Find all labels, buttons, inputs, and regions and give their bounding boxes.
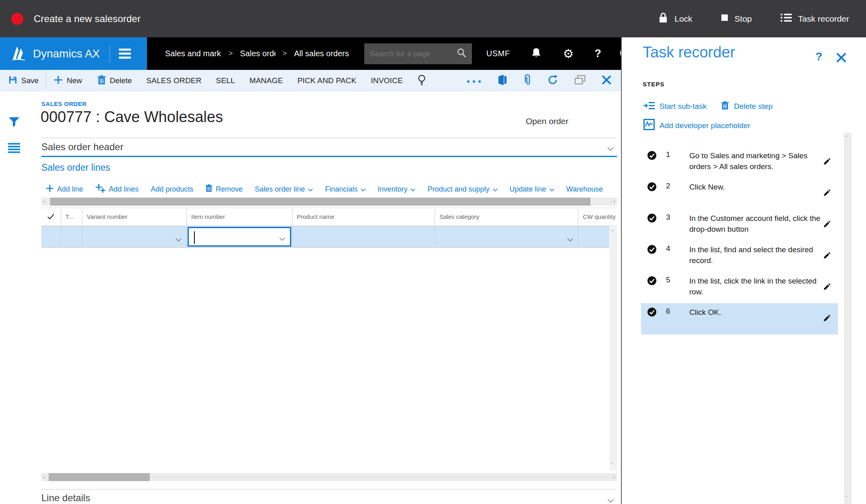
- delete-step-button[interactable]: Delete step: [721, 101, 772, 112]
- chevron-down-icon: [493, 185, 498, 194]
- tab-invoice[interactable]: INVOICE: [371, 76, 403, 85]
- filter-icon[interactable]: [8, 116, 20, 129]
- chevron-down-icon[interactable]: [607, 497, 614, 504]
- section-sales-order-lines[interactable]: Sales order lines: [41, 162, 110, 173]
- warehouse-label: Warehouse: [566, 185, 603, 194]
- product-name-cell[interactable]: [292, 226, 435, 247]
- scroll-up-icon[interactable]: ˆ: [611, 229, 613, 237]
- column-variant-number[interactable]: Variant number: [82, 208, 187, 226]
- financials-menu[interactable]: Financials: [325, 185, 366, 194]
- section-sales-order-header[interactable]: Sales order header: [41, 141, 617, 156]
- grid-horizontal-scrollbar-top[interactable]: ‹ ›: [41, 198, 617, 206]
- breadcrumb-sales-orders[interactable]: Sales orders: [240, 49, 276, 58]
- grid-vertical-scrollbar[interactable]: ˆ ˇ: [610, 227, 617, 471]
- notifications-button[interactable]: [531, 47, 542, 61]
- item-number-input[interactable]: [188, 227, 291, 247]
- company-selector[interactable]: USMF: [486, 49, 510, 58]
- add-line-button[interactable]: Add line: [46, 184, 83, 194]
- more-icon[interactable]: [467, 76, 481, 85]
- tab-pick-and-pack[interactable]: PICK AND PACK: [297, 76, 356, 85]
- delete-button[interactable]: Delete: [97, 75, 132, 87]
- column-cw-quantity[interactable]: CW quantity: [578, 208, 617, 226]
- tab-sell[interactable]: SELL: [216, 76, 235, 85]
- tab-manage[interactable]: MANAGE: [249, 76, 283, 85]
- item-number-cell[interactable]: [187, 226, 292, 247]
- scroll-right-icon[interactable]: ›: [613, 198, 615, 206]
- column-select-all[interactable]: [41, 208, 61, 226]
- scrollbar-thumb[interactable]: [50, 198, 590, 206]
- scroll-down-icon[interactable]: ˇ: [846, 494, 848, 502]
- breadcrumb-sales-and-marketing[interactable]: Sales and marketing: [165, 49, 221, 58]
- refresh-icon[interactable]: [547, 74, 558, 88]
- scroll-left-icon[interactable]: ‹: [43, 198, 45, 206]
- update-line-menu[interactable]: Update line: [510, 185, 554, 194]
- search-icon[interactable]: [456, 47, 467, 60]
- brand-block[interactable]: Dynamics AX: [0, 37, 147, 70]
- text-caret: [194, 231, 195, 244]
- panel-help-button[interactable]: ?: [815, 50, 822, 63]
- search-input[interactable]: [370, 49, 456, 58]
- scrollbar-thumb[interactable]: [49, 473, 150, 481]
- step-row-3[interactable]: 3 In the Customer account field, click t…: [641, 209, 838, 241]
- remove-button[interactable]: Remove: [205, 184, 243, 194]
- panel-vertical-scrollbar[interactable]: ˆ ˇ: [844, 133, 852, 504]
- step-row-6-selected[interactable]: 6 Click OK.: [641, 303, 838, 335]
- row-select-cell[interactable]: [41, 226, 61, 247]
- sales-category-cell[interactable]: [435, 226, 578, 247]
- lightbulb-icon[interactable]: [417, 74, 426, 88]
- scroll-left-icon[interactable]: ‹: [43, 473, 45, 481]
- lock-button[interactable]: Lock: [658, 12, 692, 25]
- scroll-up-icon[interactable]: ˆ: [846, 134, 848, 142]
- attach-icon[interactable]: [524, 74, 531, 88]
- section-line-details[interactable]: Line details: [41, 492, 617, 504]
- chevron-down-icon[interactable]: [279, 235, 285, 243]
- breadcrumb-all-sales-orders[interactable]: All sales orders: [294, 49, 349, 58]
- edit-step-icon[interactable]: [823, 220, 831, 230]
- step-row-1[interactable]: 1 Go to Sales and marketing > Sales orde…: [641, 147, 838, 178]
- column-product-name[interactable]: Product name: [292, 208, 435, 226]
- edit-step-icon[interactable]: [823, 251, 831, 261]
- stop-button[interactable]: Stop: [721, 14, 752, 24]
- warehouse-menu[interactable]: Warehouse: [566, 185, 603, 194]
- edit-step-icon[interactable]: [823, 157, 831, 167]
- new-button[interactable]: New: [53, 75, 82, 87]
- cw-quantity-cell[interactable]: [578, 226, 609, 247]
- panel-close-button[interactable]: [836, 53, 846, 64]
- edit-step-icon[interactable]: [823, 314, 831, 324]
- step-row-5[interactable]: 5 In the list, click the link in the sel…: [641, 272, 838, 303]
- open-in-window-icon[interactable]: [574, 75, 586, 87]
- close-icon[interactable]: [602, 75, 611, 87]
- add-products-button[interactable]: Add products: [151, 185, 193, 194]
- column-type[interactable]: T...: [61, 208, 82, 226]
- office-icon[interactable]: [497, 74, 508, 88]
- help-button[interactable]: ?: [594, 47, 601, 60]
- add-lines-button[interactable]: Add lines: [95, 184, 139, 195]
- edit-step-icon[interactable]: [823, 188, 831, 199]
- edit-step-icon[interactable]: [823, 282, 831, 293]
- chevron-down-icon[interactable]: [176, 236, 182, 243]
- menu-hamburger-icon[interactable]: [119, 47, 131, 61]
- step-row-2[interactable]: 2 Click New.: [641, 178, 838, 209]
- page-search-box[interactable]: [364, 43, 472, 64]
- add-developer-placeholder-button[interactable]: Add developer placeholder: [643, 119, 750, 132]
- grid-horizontal-scrollbar-bottom[interactable]: ‹ ›: [41, 473, 617, 481]
- product-and-supply-menu[interactable]: Product and supply: [427, 185, 497, 194]
- chevron-down-icon[interactable]: [607, 145, 614, 153]
- row-type-cell[interactable]: [61, 226, 82, 247]
- view-list-icon[interactable]: [8, 143, 20, 155]
- grid-row-new-line[interactable]: [41, 226, 609, 248]
- column-sales-category[interactable]: Sales category: [435, 208, 578, 226]
- save-button[interactable]: Save: [8, 75, 39, 87]
- start-subtask-button[interactable]: Start sub-task: [643, 101, 707, 112]
- scroll-down-icon[interactable]: ˇ: [611, 461, 613, 469]
- inventory-menu[interactable]: Inventory: [378, 185, 415, 194]
- chevron-down-icon[interactable]: [567, 236, 573, 243]
- task-recorder-button[interactable]: Task recorder: [780, 12, 849, 25]
- tab-sales-order[interactable]: SALES ORDER: [146, 76, 201, 85]
- sales-order-line-menu[interactable]: Sales order line: [255, 185, 313, 194]
- column-item-number[interactable]: Item number: [187, 208, 292, 226]
- scroll-right-icon[interactable]: ›: [613, 473, 615, 481]
- variant-number-cell[interactable]: [82, 226, 187, 247]
- settings-button[interactable]: ⚙: [563, 48, 574, 60]
- step-row-4[interactable]: 4 In the list, find and select the desir…: [641, 241, 838, 272]
